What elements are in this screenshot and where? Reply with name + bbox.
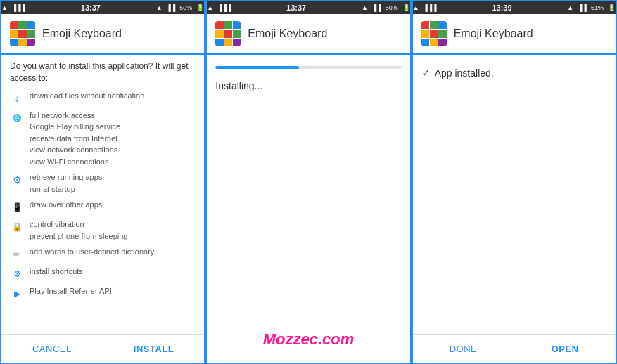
permission-draw: 📱 draw over other apps <box>10 199 196 214</box>
perm-view-network: view network connections <box>30 144 120 156</box>
permission-referrer: ▶ Play Install Referrer API <box>10 285 196 301</box>
permission-dictionary: ✏ add words to user-defined dictionary <box>10 246 196 261</box>
install-button[interactable]: INSTALL <box>103 335 205 363</box>
app-header-2: Emoji Keyboard <box>207 14 409 55</box>
status-bar-3: ▲ ▐▐▐ 13:39 ▲ ▐▐ 51% 🔋 <box>413 1 616 14</box>
install-question: Do you want to install this application?… <box>10 60 196 84</box>
installed-content: ✓ App installed. <box>413 55 616 334</box>
perm-download-files: download files without notification <box>30 90 144 102</box>
install-screen: ▲ ▐▐▐ 13:37 ▲ ▐▐ 50% 🔋 Emoji Keyboard Do… <box>0 0 205 364</box>
wifi-icon-r2: ▲ <box>362 4 368 11</box>
perm-receive-internet: receive data from Internet <box>30 133 120 145</box>
check-icon: ✓ <box>421 66 431 79</box>
signal-icon-1: ▐▐▐ <box>12 4 25 11</box>
signal-icon-3: ▐▐▐ <box>424 4 437 11</box>
install-content: Do you want to install this application?… <box>1 55 204 334</box>
network-icon: 🌐 <box>10 111 24 125</box>
signal-r1: ▐▐ <box>167 4 176 11</box>
progress-bar-container <box>215 66 401 69</box>
watermark: Mozzec.com <box>207 330 409 349</box>
perm-play-referrer: Play Install Referrer API <box>30 285 112 297</box>
perm-view-wifi: view Wi-Fi connections <box>30 156 120 168</box>
battery-1: 50% <box>179 4 192 11</box>
perm-control-vib: control vibration <box>30 219 127 230</box>
wifi-icon-2: ▲ <box>207 4 213 11</box>
perm-prevent-sleep: prevent phone from sleeping <box>30 230 127 242</box>
app-title-3: Emoji Keyboard <box>454 27 533 40</box>
installed-status: ✓ App installed. <box>421 66 607 79</box>
permission-vibration: 🔒 control vibration prevent phone from s… <box>10 219 196 242</box>
time-2: 13:37 <box>235 4 357 12</box>
app-icon-2 <box>215 21 241 46</box>
action-bar-3: DONE OPEN <box>413 334 616 363</box>
app-title-2: Emoji Keyboard <box>248 27 327 40</box>
perm-google-play-billing: Google Play billing service <box>30 121 120 133</box>
app-icon-3 <box>421 21 447 46</box>
time-1: 13:37 <box>30 4 152 12</box>
settings-icon: ⚙ <box>10 267 24 281</box>
installing-content: Installing... <box>207 55 409 363</box>
wifi-icon-r3: ▲ <box>567 4 573 11</box>
signal-r2: ▐▐ <box>372 4 381 11</box>
cancel-button-1[interactable]: CANCEL <box>1 335 103 363</box>
done-button[interactable]: DONE <box>413 335 515 363</box>
installing-screen: ▲ ▐▐▐ 13:37 ▲ ▐▐ 50% 🔋 Emoji Keyboard In… <box>205 0 411 364</box>
perm-run-startup: run at startup <box>30 183 102 195</box>
app-title-1: Emoji Keyboard <box>42 27 122 40</box>
lock-icon: 🔒 <box>10 220 24 234</box>
status-bar-2: ▲ ▐▐▐ 13:37 ▲ ▐▐ 50% 🔋 <box>207 1 409 14</box>
battery-2b: 🔋 <box>402 4 410 11</box>
progress-bar-fill <box>215 66 299 69</box>
installed-screen: ▲ ▐▐▐ 13:39 ▲ ▐▐ 51% 🔋 Emoji Keyboard ✓ … <box>412 0 617 364</box>
permission-running: ⚙ retrieve running apps run at startup <box>10 171 196 195</box>
perm-install-shortcuts: install shortcuts <box>30 266 83 278</box>
permission-download: ↓ download files without notification <box>10 90 196 105</box>
time-3: 13:39 <box>441 4 564 12</box>
download-icon: ↓ <box>10 91 24 105</box>
signal-icon-2: ▐▐▐ <box>217 4 231 11</box>
wifi-icon-r1: ▲ <box>156 4 163 11</box>
app-icon-1 <box>10 21 35 46</box>
installed-text-label: App installed. <box>435 67 494 79</box>
battery-2: 50% <box>386 4 398 11</box>
gear-icon-1: ⚙ <box>10 173 24 187</box>
open-button[interactable]: OPEN <box>514 335 616 363</box>
status-bar-1: ▲ ▐▐▐ 13:37 ▲ ▐▐ 50% 🔋 <box>1 1 204 14</box>
app-header-1: Emoji Keyboard <box>1 14 204 55</box>
battery-3b: 🔋 <box>608 4 616 11</box>
battery-3: 51% <box>591 4 604 11</box>
battery-1b: 🔋 <box>196 4 204 11</box>
perm-add-words: add words to user-defined dictionary <box>30 246 154 258</box>
permission-network: 🌐 full network access Google Play billin… <box>10 110 196 168</box>
perm-draw-over: draw over other apps <box>30 199 102 211</box>
play-icon: ▶ <box>10 287 24 301</box>
pencil-icon: ✏ <box>10 247 24 261</box>
action-bar-1: CANCEL INSTALL <box>1 334 204 363</box>
phone-icon: 📱 <box>10 200 24 214</box>
perm-retrieve-running: retrieve running apps <box>30 171 102 183</box>
signal-r3: ▐▐ <box>578 4 587 11</box>
wifi-icon-1: ▲ <box>1 4 8 11</box>
perm-full-network: full network access <box>30 110 120 122</box>
installing-text: Installing... <box>215 80 401 91</box>
wifi-icon-3: ▲ <box>413 4 419 11</box>
permission-shortcuts: ⚙ install shortcuts <box>10 266 196 281</box>
app-header-3: Emoji Keyboard <box>413 14 616 55</box>
